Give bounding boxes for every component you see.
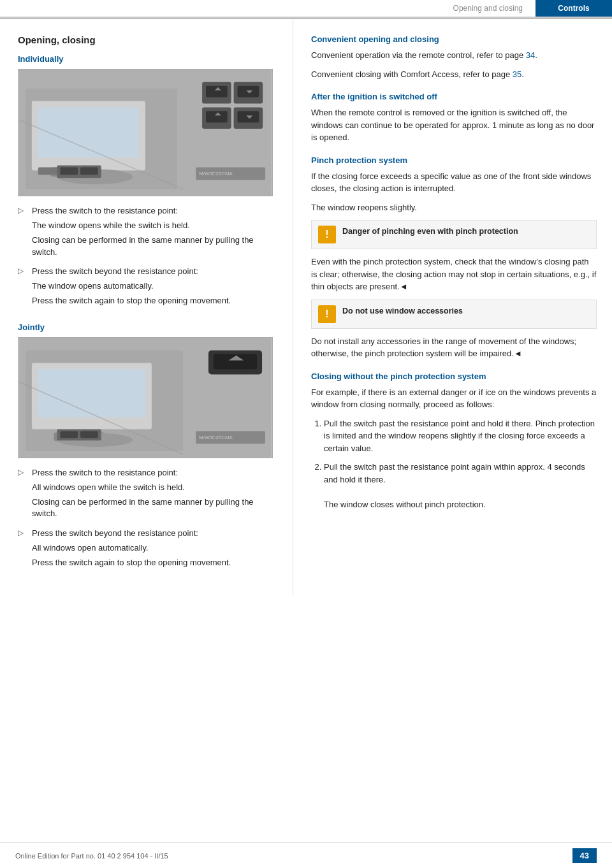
header-chapter: Controls: [536, 0, 612, 17]
pinch-title: Pinch protection system: [311, 156, 597, 165]
closing-title: Closing without the pinch protection sys…: [311, 372, 597, 381]
individually-instructions: ▷ Press the switch to the resistance poi…: [18, 205, 277, 310]
individually-bullet-1: ▷ Press the switch to the resistance poi…: [18, 205, 277, 261]
svg-rect-3: [38, 107, 139, 157]
jointly-detail-2a: All windows open automatically.: [32, 542, 231, 554]
jointly-detail-1a: All windows open while the switch is hel…: [32, 482, 277, 494]
svg-rect-8: [60, 167, 78, 175]
convenient-para1: Convenient operation via the remote cont…: [311, 49, 597, 62]
pinch-section: Pinch protection system If the closing f…: [311, 156, 597, 360]
svg-rect-28: [38, 369, 145, 417]
individually-detail-1a: The window opens while the switch is hel…: [32, 220, 277, 232]
convenient-title: Convenient opening and closing: [311, 34, 597, 44]
warning-box-2: ! Do not use window accessories: [311, 300, 597, 329]
footer-text: Online Edition for Part no. 01 40 2 954 …: [15, 852, 168, 860]
individually-bullet-2: ▷ Press the switch beyond the resistance…: [18, 266, 277, 310]
closing-intro: For example, if there is an external dan…: [311, 386, 597, 411]
warning-icon-1: !: [318, 226, 336, 243]
warning2-detail: Do not install any accessories in the ra…: [311, 335, 597, 360]
convenient-section: Convenient opening and closing Convenien…: [311, 34, 597, 80]
jointly-detail-1b: Closing can be performed in the same man…: [32, 496, 277, 521]
header-section: Opening and closing: [441, 0, 536, 17]
closing-section: Closing without the pinch protection sys…: [311, 372, 597, 511]
svg-rect-32: [60, 431, 78, 438]
individually-detail-2b: Press the switch again to stop the openi…: [32, 295, 231, 307]
svg-text:M/W5C25CMA: M/W5C25CMA: [199, 171, 233, 177]
page-header: Opening and closing Controls: [0, 0, 612, 18]
left-column: Opening, closing Individually: [0, 19, 293, 595]
closing-step-2: Pull the switch past the resistance poin…: [324, 461, 597, 510]
jointly-instruction-2: Press the switch beyond the resistance p…: [32, 528, 231, 540]
individually-label: Individually: [18, 54, 277, 64]
warning-title-2: Do not use window accessories: [342, 307, 463, 315]
individually-detail-1b: Closing can be performed in the same man…: [32, 235, 277, 259]
ignition-para: When the remote control is removed or th…: [311, 106, 597, 144]
warning1-detail: Even with the pinch protection system, c…: [311, 256, 597, 293]
bullet-arrow-icon-2: ▷: [18, 266, 28, 310]
jointly-section: Jointly: [18, 322, 277, 572]
convenient-link2[interactable]: 35: [513, 69, 521, 79]
warning-icon-2: !: [318, 305, 336, 323]
page-number: 43: [572, 848, 597, 863]
ignition-section: After the ignition is switched off When …: [311, 92, 597, 144]
jointly-bullet-1: ▷ Press the switch to the resistance poi…: [18, 467, 277, 523]
individually-image: M/W5C25CMA: [18, 69, 273, 196]
jointly-arrow-1: ▷: [18, 467, 28, 523]
svg-rect-16: [206, 111, 228, 122]
jointly-detail-2b: Press the switch again to stop the openi…: [32, 557, 231, 569]
convenient-link1[interactable]: 34: [526, 50, 535, 60]
individually-bullet-1-content: Press the switch to the resistance point…: [32, 205, 277, 261]
closing-step-1: Pull the switch past the resistance poin…: [324, 417, 597, 455]
jointly-bullet-1-content: Press the switch to the resistance point…: [32, 467, 277, 523]
jointly-instruction-1: Press the switch to the resistance point…: [32, 467, 277, 479]
warning-title-1: Danger of pinching even with pinch prote…: [342, 227, 518, 236]
jointly-bullet-2-content: Press the switch beyond the resistance p…: [32, 528, 231, 572]
page-footer: Online Edition for Part no. 01 40 2 954 …: [0, 843, 612, 868]
closing-steps-list: Pull the switch past the resistance poin…: [311, 417, 597, 511]
individually-instruction-2: Press the switch beyond the resistance p…: [32, 266, 231, 278]
bullet-arrow-icon: ▷: [18, 205, 28, 261]
ignition-title: After the ignition is switched off: [311, 92, 597, 101]
right-column: Convenient opening and closing Convenien…: [293, 19, 612, 595]
svg-text:M/W5C25CMA: M/W5C25CMA: [199, 435, 233, 440]
jointly-image: M/W5C25CMA: [18, 337, 273, 458]
jointly-bullet-2: ▷ Press the switch beyond the resistance…: [18, 528, 277, 572]
pinch-para2: The window reopens slightly.: [311, 201, 597, 214]
individually-detail-2a: The window opens automatically.: [32, 280, 231, 293]
warning-text-2: Do not use window accessories: [342, 305, 463, 317]
jointly-instructions: ▷ Press the switch to the resistance poi…: [18, 467, 277, 572]
individually-instruction-1: Press the switch to the resistance point…: [32, 205, 277, 217]
warning-box-1: ! Danger of pinching even with pinch pro…: [311, 220, 597, 249]
pinch-para1: If the closing force exceeds a specific …: [311, 170, 597, 195]
main-content: Opening, closing Individually: [0, 19, 612, 595]
jointly-arrow-2: ▷: [18, 528, 28, 572]
section-title: Opening, closing: [18, 34, 277, 45]
warning-text-1: Danger of pinching even with pinch prote…: [342, 226, 518, 237]
jointly-label: Jointly: [18, 322, 277, 332]
individually-bullet-2-content: Press the switch beyond the resistance p…: [32, 266, 231, 310]
convenient-para2: Convenient closing with Comfort Access, …: [311, 68, 597, 81]
svg-rect-9: [80, 167, 98, 175]
svg-rect-12: [206, 86, 228, 98]
svg-rect-33: [80, 431, 98, 438]
